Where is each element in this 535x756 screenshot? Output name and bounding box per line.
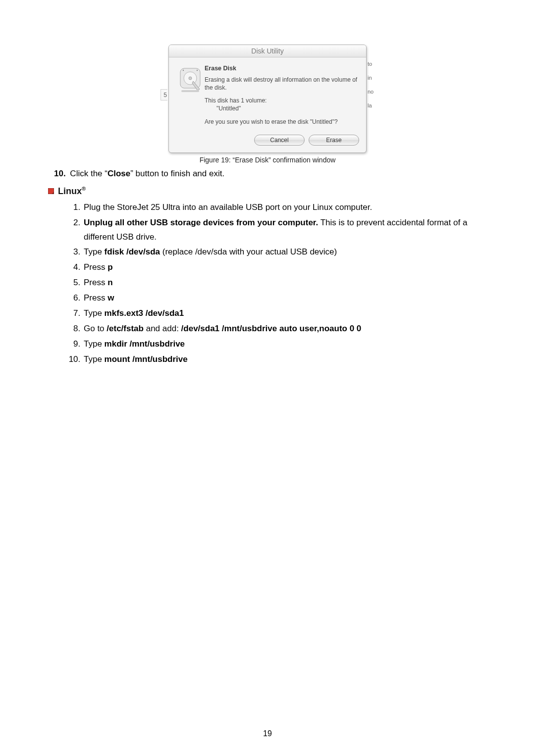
step-bold: mount /mnt/usbdrive xyxy=(105,354,188,364)
dialog-volume-name: "Untitled" xyxy=(205,104,359,112)
behind-window-left-fragment: 5 xyxy=(160,89,167,101)
dialog-title: Disk Utility xyxy=(169,45,366,57)
step-text: Go to xyxy=(84,324,107,333)
step-text: (replace /dev/sda with your actual USB d… xyxy=(160,247,337,256)
list-item: Press p xyxy=(83,260,488,275)
section-bullet-icon xyxy=(48,188,54,194)
section-title-text: Linux xyxy=(58,186,82,196)
step-number: 10. xyxy=(54,169,66,178)
step-bold: /dev/sda1 /mnt/usbdrive auto user,noauto… xyxy=(181,324,362,333)
dialog-warning-text: Erasing a disk will destroy all informat… xyxy=(205,76,359,92)
list-item: Go to /etc/fstab and add: /dev/sda1 /mnt… xyxy=(83,322,488,336)
list-item: Type mkfs.ext3 /dev/sda1 xyxy=(83,306,488,321)
erase-disk-dialog: Disk Utility Er xyxy=(168,45,367,153)
registered-symbol: ® xyxy=(82,186,86,192)
step-text: Type xyxy=(84,308,105,318)
erase-button[interactable]: Erase xyxy=(309,135,359,146)
dialog-body: Erase Disk Erasing a disk will destroy a… xyxy=(169,57,366,135)
bg-text-frag: no xyxy=(368,84,374,98)
step-bold: Unplug all other USB storage devices fro… xyxy=(84,218,318,227)
step-bold: Close xyxy=(107,169,130,178)
dialog-heading: Erase Disk xyxy=(205,64,359,73)
step-bold: p xyxy=(107,262,112,272)
document-page: 5 to in no la Disk Utility xyxy=(0,0,535,756)
step-text: Press xyxy=(84,262,107,272)
cancel-button[interactable]: Cancel xyxy=(254,135,305,146)
mac-step-10: 10. Click the “Close” button to finish a… xyxy=(54,169,493,179)
dialog-volume-text: This disk has 1 volume: "Untitled" xyxy=(205,97,359,112)
svg-point-5 xyxy=(197,70,198,71)
svg-rect-3 xyxy=(181,90,199,92)
figure-19: 5 to in no la Disk Utility xyxy=(42,45,493,164)
step-text: Plug the StoreJet 25 Ultra into an avail… xyxy=(84,202,372,212)
step-text: and add: xyxy=(144,324,181,333)
step-bold: w xyxy=(107,293,114,302)
dialog-button-row: Cancel Erase xyxy=(169,135,366,152)
behind-window-right-fragment: to in no la xyxy=(368,56,374,112)
step-bold: mkfs.ext3 /dev/sda1 xyxy=(105,308,184,318)
step-text: Click the “ xyxy=(68,169,107,178)
disk-icon xyxy=(176,64,205,132)
dialog-screenshot-wrapper: 5 to in no la Disk Utility xyxy=(168,45,367,153)
step-text: Type xyxy=(84,339,105,349)
step-text: Type xyxy=(84,354,105,364)
step-bold: /etc/fstab xyxy=(107,324,144,333)
figure-caption: Figure 19: “Erase Disk” confirmation win… xyxy=(200,156,336,164)
dialog-confirm-question: Are you sure you wish to erase the disk … xyxy=(205,118,359,126)
bg-text-frag: in xyxy=(368,70,374,84)
step-text: Press xyxy=(84,293,107,302)
page-number: 19 xyxy=(0,729,535,738)
list-item: Unplug all other USB storage devices fro… xyxy=(83,216,488,245)
step-text: Press xyxy=(84,278,107,287)
list-item: Type fdisk /dev/sda (replace /dev/sda wi… xyxy=(83,245,488,259)
step-text: ” button to finish and exit. xyxy=(130,169,224,178)
linux-section-heading: Linux® xyxy=(48,186,493,197)
list-item: Press n xyxy=(83,276,488,290)
dialog-volume-intro: This disk has 1 volume: xyxy=(205,97,267,104)
section-title: Linux® xyxy=(58,186,86,197)
list-item: Type mkdir /mnt/usbdrive xyxy=(83,337,488,352)
svg-point-4 xyxy=(183,70,184,71)
dialog-text: Erase Disk Erasing a disk will destroy a… xyxy=(205,64,359,132)
step-bold: fdisk /dev/sda xyxy=(105,247,160,256)
step-bold: mkdir /mnt/usbdrive xyxy=(105,339,185,349)
step-bold: n xyxy=(107,278,112,287)
linux-steps-list: Plug the StoreJet 25 Ultra into an avail… xyxy=(67,201,493,367)
list-item: Plug the StoreJet 25 Ultra into an avail… xyxy=(83,201,488,215)
list-item: Type mount /mnt/usbdrive xyxy=(83,353,488,367)
svg-point-2 xyxy=(189,77,192,80)
bg-text-frag: to xyxy=(368,56,374,70)
step-text: Type xyxy=(84,247,105,256)
list-item: Press w xyxy=(83,291,488,305)
bg-text-frag: la xyxy=(368,98,374,112)
